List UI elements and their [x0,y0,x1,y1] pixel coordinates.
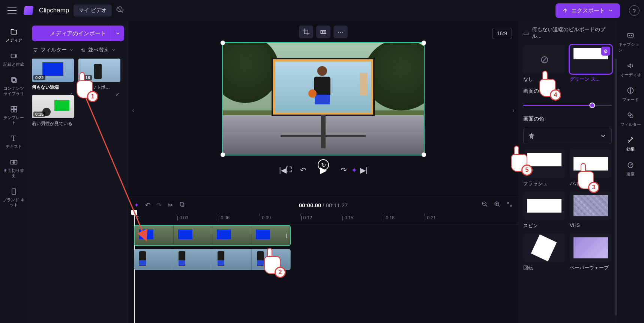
svg-rect-1 [11,54,15,58]
my-videos-button[interactable]: マイ ビデオ [74,5,112,17]
left-rail: メディア 記録と作成 コンテンツ ライブラリ テンプレート Tテキスト 画面切り… [0,21,27,323]
import-media-button[interactable]: メディアのインポート [32,26,124,41]
rail-library[interactable]: コンテンツ ライブラリ [2,72,26,100]
fx-rotate[interactable]: 回転 [523,234,565,271]
screen-color-label: 画面の色 [523,116,612,122]
zoom-out[interactable] [482,201,488,209]
stage: ‹ › ⋯ 16:9 [129,21,518,323]
media-clip-1[interactable]: 0:22 何もない道端 ✓ [32,59,74,91]
media-clip-3[interactable]: 0:15 若い男性が見ている [32,95,74,127]
timeline: ⌄ ✦ ↶ ↷ ✂ 00:00.00 / 00:11.27 0 | 0:03 |… [129,196,518,323]
rr-fade[interactable]: フェード [618,83,642,106]
fx-flash[interactable]: フラッシュ [523,149,565,187]
fx-pulse[interactable]: パルス [570,149,612,187]
svg-point-17 [628,113,631,116]
svg-rect-4 [11,106,14,109]
threshold-slider[interactable] [523,101,612,109]
stage-next[interactable]: › [509,107,518,114]
rail-transitions[interactable]: 画面切り替え [2,154,26,182]
effects-panel: ▭何もない道端のビルボードのブル... ⊘なし ⚙グリーン ス... 画面のしき… [518,21,617,323]
rewind[interactable]: ↶ [298,166,308,175]
threshold-label: 画面のしきい値 [523,88,612,95]
zoom-fit[interactable] [506,201,513,209]
zoom-in[interactable] [494,201,500,209]
topbar: Clipchamp マイ ビデオ エクスポート ? [0,0,644,21]
fx-paper[interactable]: ペーパーウェーブ [570,234,612,271]
play-button[interactable]: ▶ [318,165,329,175]
undo[interactable]: ↶ [145,201,150,209]
aspect-ratio[interactable]: 16:9 [492,28,512,39]
settings-icon[interactable]: ⚙ [601,47,610,56]
help-button[interactable]: ? [629,5,639,16]
fx-vhs[interactable]: VHS [570,192,612,229]
stage-prev[interactable]: ‹ [129,107,138,114]
check-icon: ✓ [116,92,120,97]
fx-greenscreen[interactable]: ⚙グリーン ス... [570,45,612,83]
svg-rect-10 [12,189,16,194]
skip-end[interactable]: ▶| [359,166,369,175]
svg-rect-5 [14,106,17,109]
rr-audio[interactable]: オーディオ [618,58,642,81]
right-rail: キャプション オーディオ フェード フィルター 効果 速度 [617,21,644,323]
tl-ai[interactable]: ✦ [134,201,139,209]
screen-color-dropdown[interactable]: 青 [523,128,612,144]
media-clip-2[interactable]: 0:16 バスケットボ… ✓ [78,59,120,91]
svg-rect-3 [11,78,15,82]
more-button[interactable]: ⋯ [333,26,348,38]
rr-speed[interactable]: 速度 [618,157,642,180]
rail-text[interactable]: Tテキスト [2,130,26,153]
clip-icon: ▭ [523,30,529,37]
menu-button[interactable] [5,3,20,18]
rail-brand[interactable]: ブランド キット [2,184,26,211]
timeline-clip-2[interactable] [134,249,291,270]
sort-button[interactable]: 並べ替え [80,47,116,53]
svg-rect-15 [628,33,633,37]
none-icon: ⊘ [540,53,549,66]
svg-rect-7 [14,110,17,112]
crop-button[interactable] [299,26,313,38]
timeline-ruler[interactable]: 0 | 0:03 | 0:06 | 0:09 | 0:12 | 0:15 | 0… [134,214,518,225]
fx-spin[interactable]: スピン [523,192,565,229]
svg-point-18 [630,115,633,118]
fullscreen[interactable] [284,166,294,175]
redo[interactable]: ↷ [156,201,162,209]
ai-button[interactable]: ✦ [349,166,359,175]
app-logo [23,6,33,15]
rail-media[interactable]: メディア [2,24,26,47]
duplicate[interactable] [179,201,185,209]
forward[interactable]: ↷ [338,166,349,175]
export-label: エクスポート [571,7,605,14]
rr-effects[interactable]: 効果 [618,133,642,155]
import-media-dropdown[interactable] [111,26,124,41]
preview-canvas[interactable]: ↻ [222,42,425,155]
filter-button[interactable]: フィルター [33,47,74,53]
svg-rect-6 [11,110,14,112]
canvas-area: ‹ › ⋯ 16:9 [129,21,518,193]
rail-record[interactable]: 記録と作成 [2,48,26,71]
app-name: Clipchamp [39,7,69,14]
timeline-time: 00:00.00 / 00:11.27 [299,202,348,208]
export-button[interactable]: エクスポート [555,3,620,18]
svg-rect-12 [180,202,183,206]
fx-none[interactable]: ⊘なし [523,45,565,83]
media-panel: メディアのインポート フィルター 並べ替え 0:22 何もない道端 ✓ 0:16… [27,21,129,323]
split[interactable]: ✂ [168,201,173,209]
fit-button[interactable] [316,26,330,38]
svg-rect-2 [12,78,16,83]
rail-templates[interactable]: テンプレート [2,101,26,129]
timeline-clip-1[interactable]: || 🔊 || [134,225,291,246]
sync-off-icon [116,6,124,15]
rr-captions[interactable]: キャプション [618,28,642,56]
rr-filters[interactable]: フィルター [618,108,642,130]
